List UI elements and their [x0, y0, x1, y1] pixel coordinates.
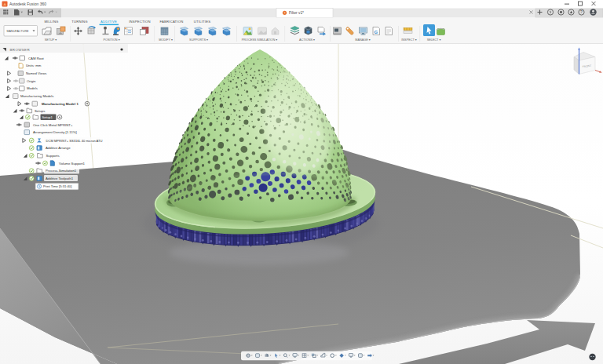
- svg-text:Manufacturing Model 1: Manufacturing Model 1: [42, 102, 79, 106]
- svg-text:Named Views: Named Views: [26, 71, 46, 75]
- svg-text:Origin: Origin: [27, 79, 36, 83]
- svg-text:MANUFACTURE: MANUFACTURE: [7, 30, 30, 33]
- svg-text:MANAGE ▾: MANAGE ▾: [355, 38, 371, 42]
- svg-text:FABRICATION: FABRICATION: [160, 20, 184, 24]
- svg-text:Autodesk Fusion 360: Autodesk Fusion 360: [9, 2, 46, 6]
- svg-text:Volume Support1: Volume Support1: [59, 162, 86, 166]
- svg-text:SETUP ▾: SETUP ▾: [45, 38, 57, 42]
- svg-text:Units: mm: Units: mm: [26, 64, 42, 67]
- svg-text:Additive Toolpath1: Additive Toolpath1: [46, 177, 74, 180]
- svg-text:Arrangement Density [1.11%]: Arrangement Density [1.11%]: [33, 130, 77, 134]
- svg-text:One Click Metal MPRINT+: One Click Metal MPRINT+: [33, 123, 73, 127]
- svg-text:INSPECT ▾: INSPECT ▾: [401, 38, 416, 42]
- svg-text:POSITION ▾: POSITION ▾: [103, 38, 119, 42]
- svg-text:TURNING: TURNING: [71, 20, 87, 24]
- svg-text:Manufacturing Models: Manufacturing Models: [20, 94, 53, 98]
- svg-text:Supports: Supports: [46, 154, 60, 158]
- svg-text:CAM Root: CAM Root: [28, 56, 45, 60]
- svg-text:PROCESS SIMULATION ▾: PROCESS SIMULATION ▾: [242, 38, 278, 42]
- svg-text:SUPPORTS ▾: SUPPORTS ▾: [189, 38, 208, 42]
- svg-text:Filter v1*: Filter v1*: [289, 11, 304, 15]
- svg-text:UTILITIES: UTILITIES: [194, 20, 210, 24]
- svg-text:MILLING: MILLING: [44, 20, 58, 24]
- svg-text:DCM MPRINT+ SS316L 40 micron A: DCM MPRINT+ SS316L 40 micron ATU: [46, 139, 103, 143]
- svg-text:?: ?: [580, 9, 583, 14]
- svg-text:ACTIONS ▾: ACTIONS ▾: [299, 38, 315, 42]
- svg-text:Print Time [5:31:40]: Print Time [5:31:40]: [43, 184, 71, 188]
- svg-text:Models: Models: [27, 86, 38, 90]
- svg-text:Additive Arrange: Additive Arrange: [46, 146, 71, 150]
- svg-text:Setups: Setups: [35, 109, 45, 113]
- svg-text:SELECT ▾: SELECT ▾: [427, 38, 441, 42]
- svg-text:ADDITIVE: ADDITIVE: [100, 20, 117, 24]
- svg-text:Process Simulation1: Process Simulation1: [46, 169, 77, 173]
- svg-text:G: G: [375, 30, 378, 35]
- svg-text:MODIFY ▾: MODIFY ▾: [159, 38, 173, 42]
- svg-text:Setup1: Setup1: [42, 115, 53, 119]
- svg-text:BROWSER: BROWSER: [10, 48, 31, 52]
- svg-text:INSPECTION: INSPECTION: [129, 20, 151, 24]
